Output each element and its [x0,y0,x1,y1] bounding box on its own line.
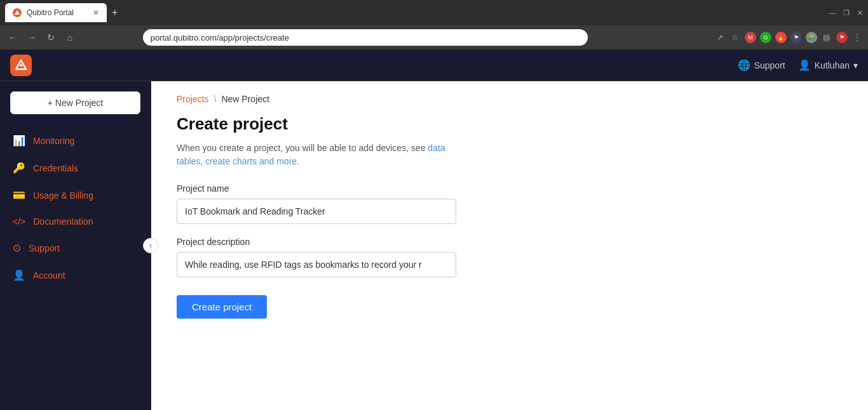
sidebar-collapse-button[interactable]: ‹ [143,238,158,253]
user-name: Kutluhan [815,60,850,70]
ext1-icon[interactable]: M [745,32,756,43]
breadcrumb-current: New Project [221,94,269,104]
docs-icon: </> [13,216,25,227]
account-icon: 👤 [13,269,25,281]
address-bar-row: ← → ↻ ⌂ portal.qubitro.com/app/projects/… [0,25,868,50]
sidebar-toggle-icon[interactable]: ▤ [821,32,832,43]
logo[interactable] [10,55,32,76]
tab-close-icon[interactable]: ✕ [93,8,99,17]
svg-point-2 [20,64,22,67]
share-icon[interactable]: ↗ [714,32,726,43]
user-menu[interactable]: 👤 Kutluhan ▾ [798,59,858,71]
ext4-icon[interactable]: ⚑ [790,32,802,43]
desc-link[interactable]: data tables, create charts and more. [177,143,445,166]
sidebar: + New Project 📊 Monitoring 🔑 Credentials… [0,81,151,410]
top-nav-right: 🌐 Support 👤 Kutluhan ▾ [738,59,858,71]
browser-tab[interactable]: Qubitro Portal ✕ [5,3,107,22]
page-desc-text: When you create a project, you will be a… [177,143,445,166]
browser-chrome: Qubitro Portal ✕ + — ❐ ✕ [0,0,868,25]
project-name-label: Project name [177,183,843,194]
sidebar-item-usage-billing[interactable]: 💳 Usage & Billing [0,182,151,209]
win-minimize[interactable]: — [829,9,836,17]
sidebar-item-monitoring[interactable]: 📊 Monitoring [0,127,151,154]
sidebar-item-label: Account [33,270,65,281]
sidebar-item-label: Credentials [33,163,78,173]
top-nav: 🌐 Support 👤 Kutluhan ▾ [0,50,868,81]
support-label: Support [754,60,785,70]
app-wrapper: 🌐 Support 👤 Kutluhan ▾ + New Project 📊 M… [0,50,868,410]
url-text: portal.qubitro.com/app/projects/create [151,33,580,43]
sidebar-item-label: Documentation [33,216,93,227]
project-desc-label: Project description [177,237,843,247]
create-project-button[interactable]: Create project [177,295,267,319]
credentials-icon: 🔑 [13,162,25,174]
billing-icon: 💳 [13,189,25,201]
svg-marker-0 [15,10,20,15]
page-title: Create project [177,114,843,134]
sidebar-item-label: Monitoring [33,136,74,146]
project-desc-group: Project description [177,237,843,277]
breadcrumb-parent[interactable]: Projects [177,94,209,104]
breadcrumb-separator: \ [214,94,217,104]
window-controls: — ❐ ✕ [829,9,863,17]
home-button[interactable]: ⌂ [62,30,78,45]
logo-icon [10,55,32,76]
support-link[interactable]: 🌐 Support [738,59,785,71]
content-area: Projects \ New Project Create project Wh… [151,81,868,410]
sidebar-item-support[interactable]: ⊙ Support [0,234,151,261]
tab-favicon [13,8,22,17]
refresh-button[interactable]: ↻ [43,30,58,45]
sidebar-item-label: Support [29,243,60,253]
project-desc-input[interactable] [177,252,456,277]
bookmark-icon[interactable]: ☆ [729,32,741,43]
address-bar[interactable]: portal.qubitro.com/app/projects/create [143,29,588,46]
chevron-down-icon: ▾ [853,60,858,70]
forward-button[interactable]: → [24,30,39,45]
ext2-icon[interactable]: G [760,32,771,43]
win-restore[interactable]: ❐ [843,9,850,17]
sidebar-item-label: Usage & Billing [33,190,93,201]
back-button[interactable]: ← [5,30,20,45]
support-globe-icon: 🌐 [738,59,750,71]
breadcrumb: Projects \ New Project [177,81,843,114]
ext6-icon[interactable]: ⚑ [836,32,848,43]
user-icon: 👤 [798,59,811,71]
win-close[interactable]: ✕ [857,9,863,17]
ext5-icon[interactable]: 🧩 [806,32,817,43]
project-name-input[interactable] [177,199,456,224]
page-description: When you create a project, you will be a… [177,142,469,168]
new-tab-button[interactable]: + [112,7,118,18]
menu-icon[interactable]: ⋮ [851,32,863,43]
monitoring-icon: 📊 [13,135,25,147]
sidebar-item-documentation[interactable]: </> Documentation [0,209,151,234]
tab-title: Qubitro Portal [27,8,88,17]
ext3-icon[interactable]: 🔥 [775,32,787,43]
new-project-button[interactable]: + New Project [10,91,140,114]
project-name-group: Project name [177,183,843,224]
browser-toolbar-icons: ↗ ☆ M G 🔥 ⚑ 🧩 ▤ ⚑ ⋮ [714,32,863,43]
main-layout: + New Project 📊 Monitoring 🔑 Credentials… [0,81,868,410]
sidebar-item-credentials[interactable]: 🔑 Credentials [0,154,151,182]
sidebar-item-account[interactable]: 👤 Account [0,261,151,289]
support-icon: ⊙ [13,242,21,254]
